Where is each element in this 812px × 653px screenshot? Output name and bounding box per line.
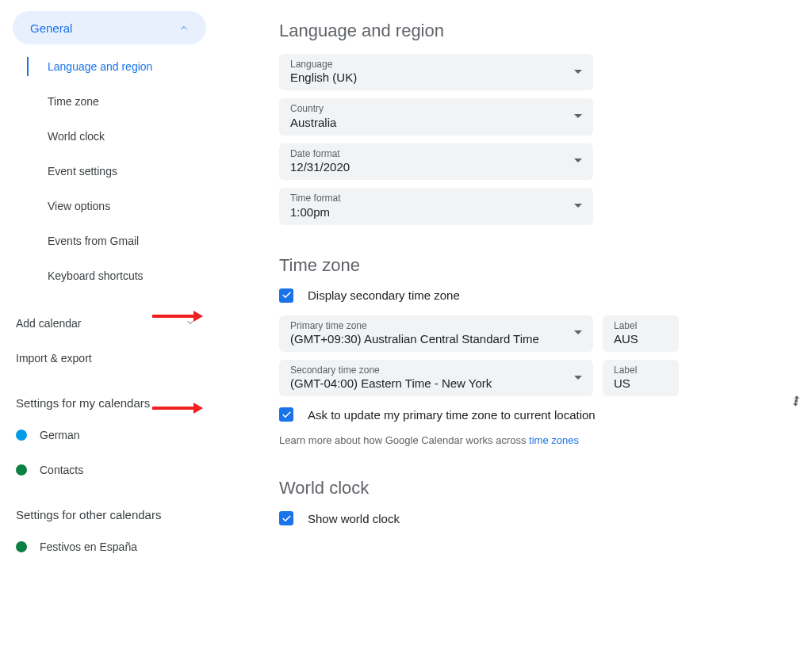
- caret-down-icon: [574, 70, 582, 74]
- show-world-clock-row: Show world clock: [279, 511, 783, 525]
- calendar-item-contacts[interactable]: Contacts: [13, 453, 213, 487]
- swap-timezones-button[interactable]: [788, 393, 804, 411]
- sidebar-general-submenu: Language and region Time zone World cloc…: [13, 49, 213, 293]
- time-format-dropdown[interactable]: Time format 1:00pm: [279, 188, 593, 224]
- sidebar-section-import-export[interactable]: Import & export: [13, 341, 213, 376]
- sidebar-item-world-clock[interactable]: World clock: [13, 119, 213, 154]
- show-world-clock-label: Show world clock: [308, 512, 400, 525]
- calendar-color-dot: [16, 541, 27, 552]
- sidebar-section-general[interactable]: General: [13, 11, 206, 44]
- calendar-item-festivos[interactable]: Festivos en España: [13, 529, 213, 564]
- language-dropdown[interactable]: Language English (UK): [279, 54, 593, 90]
- settings-main: Language and region Language English (UK…: [213, 0, 812, 653]
- calendar-color-dot: [16, 464, 27, 475]
- display-secondary-label: Display secondary time zone: [308, 288, 460, 302]
- sidebar-item-event-settings[interactable]: Event settings: [13, 154, 213, 189]
- caret-down-icon: [574, 114, 582, 118]
- primary-timezone-label-field[interactable]: Label AUS: [603, 315, 679, 352]
- caret-down-icon: [574, 330, 582, 334]
- section-title-time-zone: Time zone: [279, 255, 783, 276]
- section-title-language-region: Language and region: [279, 21, 783, 41]
- timezone-hint-link[interactable]: time zones: [529, 434, 579, 446]
- display-secondary-checkbox[interactable]: [279, 288, 293, 303]
- display-secondary-row: Display secondary time zone: [279, 288, 783, 303]
- sidebar-item-keyboard-shortcuts[interactable]: Keyboard shortcuts: [13, 258, 213, 293]
- sidebar-heading-other-calendars: Settings for other calendars: [16, 508, 213, 521]
- sidebar-item-language-region[interactable]: Language and region: [13, 49, 213, 84]
- section-world-clock: World clock Show world clock: [279, 478, 783, 525]
- primary-timezone-dropdown[interactable]: Primary time zone (GMT+09:30) Australian…: [279, 315, 593, 352]
- caret-down-icon: [574, 376, 582, 380]
- annotation-arrow-1: [152, 311, 203, 322]
- sidebar-item-time-zone[interactable]: Time zone: [13, 84, 213, 119]
- chevron-up-icon: [179, 21, 189, 35]
- timezone-hint: Learn more about how Google Calendar wor…: [279, 434, 783, 446]
- ask-update-label: Ask to update my primary time zone to cu…: [308, 408, 596, 422]
- calendar-item-german[interactable]: German: [13, 418, 213, 453]
- caret-down-icon: [574, 158, 582, 162]
- calendar-color-dot: [16, 430, 27, 441]
- section-language-region: Language and region Language English (UK…: [279, 21, 783, 225]
- settings-sidebar: General Language and region Time zone Wo…: [0, 0, 213, 653]
- show-world-clock-checkbox[interactable]: [279, 511, 293, 525]
- secondary-timezone-label-field[interactable]: Label US: [603, 360, 679, 396]
- caret-down-icon: [574, 204, 582, 208]
- sidebar-section-general-label: General: [30, 21, 72, 35]
- section-title-world-clock: World clock: [279, 478, 783, 498]
- sidebar-item-view-options[interactable]: View options: [13, 189, 213, 223]
- sidebar-item-events-from-gmail[interactable]: Events from Gmail: [13, 223, 213, 258]
- annotation-arrow-2: [152, 403, 203, 414]
- ask-update-checkbox[interactable]: [279, 407, 293, 422]
- section-time-zone: Time zone Display secondary time zone Pr…: [279, 255, 783, 447]
- ask-update-row: Ask to update my primary time zone to cu…: [279, 407, 783, 422]
- secondary-timezone-dropdown[interactable]: Secondary time zone (GMT-04:00) Eastern …: [279, 360, 593, 396]
- date-format-dropdown[interactable]: Date format 12/31/2020: [279, 143, 593, 180]
- country-dropdown[interactable]: Country Australia: [279, 98, 593, 135]
